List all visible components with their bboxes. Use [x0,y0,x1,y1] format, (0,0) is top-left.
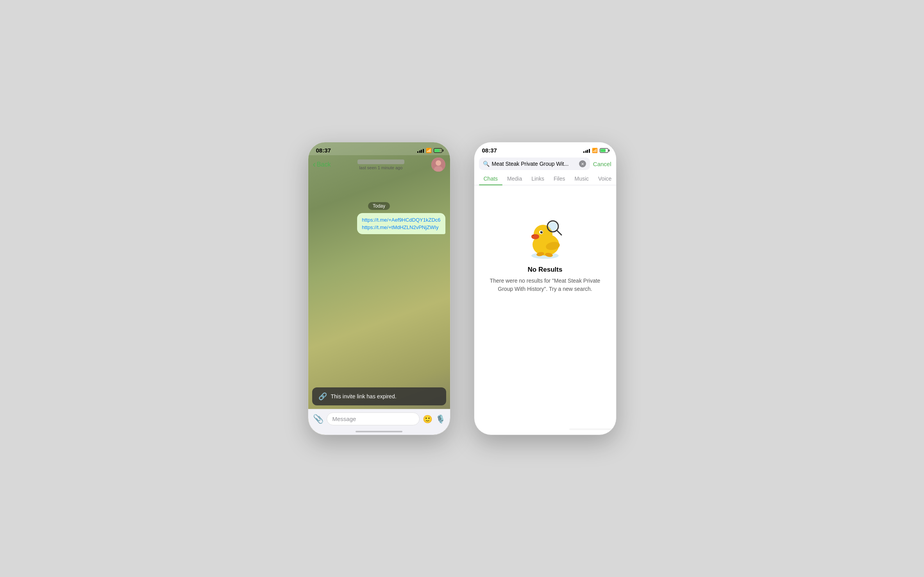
svg-point-11 [542,231,542,232]
contact-avatar[interactable] [431,158,445,172]
search-field[interactable]: 🔍 Meat Steak Private Group Wit... ✕ [479,158,590,170]
tab-music[interactable]: Music [570,172,593,185]
search-bar-row: 🔍 Meat Steak Private Group Wit... ✕ Canc… [474,155,616,172]
tab-files[interactable]: Files [549,172,570,185]
wifi-icon-right: 📶 [592,148,598,153]
date-badge: Today [313,202,445,209]
status-time-left: 08:37 [316,147,331,154]
signal-icon [417,148,424,153]
no-results-title: No Results [528,266,563,274]
duck-illustration [522,217,568,260]
cancel-button[interactable]: Cancel [593,161,611,167]
svg-point-10 [540,231,543,233]
tab-voice[interactable]: Voice [593,172,616,185]
back-chevron-icon: ‹ [313,160,316,169]
status-time-right: 08:37 [482,147,497,154]
search-text: Meat Steak Private Group Wit... [492,161,577,167]
message-bubble: https://t.me/+Aef9HCdDQY1kZDc6 https://t… [313,213,445,234]
status-bar-left: 08:37 📶 [308,142,450,155]
wifi-icon: 📶 [426,148,432,153]
svg-point-13 [549,222,557,231]
message-input[interactable]: Message [327,412,420,425]
no-results-area: No Results There were no results for "Me… [474,185,616,309]
back-button[interactable]: ‹ Back [313,160,331,169]
no-results-description: There were no results for "Meat Steak Pr… [482,277,608,293]
svg-point-8 [533,235,534,236]
toast-message: This invite link has expired. [331,393,397,400]
tab-links[interactable]: Links [527,172,549,185]
right-phone: 08:37 📶 🔍 Meat Steak Private Group Wit..… [474,142,617,435]
battery-icon [434,148,442,153]
last-seen-text: last seen 1 minute ago [331,165,431,170]
tab-chats[interactable]: Chats [479,172,503,185]
left-phone: 08:37 📶 ‹ Back last seen 1 minute ago [308,142,450,435]
status-icons-right: 📶 [583,148,608,153]
chat-header: ‹ Back last seen 1 minute ago [308,155,450,175]
search-tabs: Chats Media Links Files Music Voice [474,172,616,185]
battery-icon-right [600,148,608,153]
message-placeholder: Message [332,416,356,422]
svg-point-1 [436,160,441,166]
signal-icon-right [583,148,590,153]
back-label: Back [317,161,331,168]
status-icons-left: 📶 [417,148,442,153]
search-clear-button[interactable]: ✕ [579,160,586,167]
svg-point-7 [531,234,539,238]
link-icon: 🔗 [318,392,327,401]
search-magnifier-icon: 🔍 [483,161,490,167]
chat-header-center: last seen 1 minute ago [331,159,431,170]
home-indicator-right [569,428,616,430]
attach-icon[interactable]: 📎 [313,414,323,424]
sticker-icon[interactable]: 🙂 [423,414,433,424]
expired-toast: 🔗 This invite link has expired. [312,387,446,405]
svg-line-14 [557,231,561,235]
status-bar-right: 08:37 📶 [474,142,616,155]
tab-media[interactable]: Media [502,172,527,185]
home-indicator [356,431,402,432]
invite-link-1[interactable]: https://t.me/+Aef9HCdDQY1kZDc6 [362,217,440,223]
voice-icon[interactable]: 🎙️ [436,414,445,424]
date-label: Today [368,202,390,210]
contact-name-blur [357,159,404,164]
invite-link-2[interactable]: https://t.me/+tMdHZLN2vPNjZWIy [362,224,440,230]
